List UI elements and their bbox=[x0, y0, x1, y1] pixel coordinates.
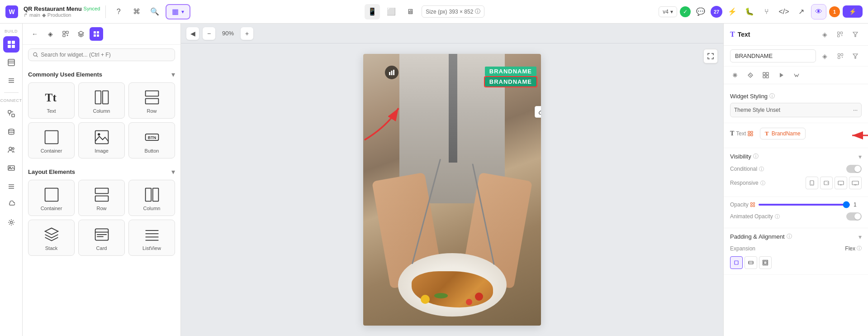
tab-layout[interactable] bbox=[759, 68, 773, 82]
brandname-gem-button[interactable]: ◈ bbox=[819, 50, 831, 62]
widget-search-input[interactable] bbox=[41, 52, 170, 58]
layout-elements-section-header: Layout Elements ▾ bbox=[28, 162, 175, 180]
add-widget-button[interactable] bbox=[59, 27, 72, 41]
device-controls: 📱 ⬜ 🖥 Size (px) 393 × 852 ⓘ bbox=[365, 4, 484, 19]
svg-point-14 bbox=[9, 129, 14, 131]
visibility-header[interactable]: Visibility ⓘ ▾ bbox=[730, 150, 862, 163]
brandname-tag-2[interactable]: BRANDNAME bbox=[485, 77, 536, 86]
widget-listview[interactable]: ListView bbox=[128, 220, 175, 256]
version-select[interactable]: v4 ▾ bbox=[659, 6, 677, 17]
code-button[interactable]: </> bbox=[777, 5, 791, 19]
responsive-tablet[interactable] bbox=[820, 177, 833, 189]
gem-button[interactable]: ◈ bbox=[43, 27, 57, 41]
nav-item-settings[interactable] bbox=[3, 214, 19, 230]
animated-opacity-label: Animated Opacity bbox=[730, 213, 773, 220]
right-panel: T Text ◈ ◈ bbox=[723, 24, 868, 336]
collapse-commonly-used[interactable]: ▾ bbox=[171, 70, 175, 79]
branch-button[interactable]: ⑂ bbox=[759, 5, 774, 19]
padding-header[interactable]: Padding & Alignment ⓘ ▾ bbox=[730, 230, 862, 243]
publish-button[interactable]: ⚡ bbox=[843, 5, 863, 18]
widget-layout-column[interactable]: Column bbox=[128, 180, 175, 216]
layout-row-icon bbox=[94, 187, 110, 203]
widget-button[interactable]: BTN Button bbox=[128, 122, 175, 158]
widget-layout-container[interactable]: Container bbox=[28, 180, 75, 216]
theme-style-button[interactable]: Theme Style Unset ··· bbox=[730, 103, 862, 117]
animated-opacity-row: Animated Opacity ⓘ bbox=[730, 211, 862, 222]
brandname-text-chip[interactable]: T BrandName bbox=[760, 128, 806, 139]
collapse-layout-elements[interactable]: ▾ bbox=[171, 168, 175, 176]
opacity-binding-icon bbox=[750, 202, 755, 207]
listview-icon bbox=[144, 226, 160, 243]
svg-text:Tt: Tt bbox=[45, 91, 57, 104]
conditional-toggle[interactable] bbox=[846, 165, 862, 173]
animated-opacity-toggle[interactable] bbox=[846, 212, 862, 221]
widget-row[interactable]: Row bbox=[128, 82, 175, 119]
opacity-slider[interactable] bbox=[759, 204, 850, 206]
button-widget-label: Button bbox=[145, 148, 159, 154]
brandname-tag-1[interactable]: BRANDNAME bbox=[485, 67, 536, 76]
lightning-button[interactable]: ⚡ bbox=[725, 5, 740, 19]
widget-search-bar[interactable] bbox=[28, 48, 175, 61]
style-add-button[interactable] bbox=[834, 28, 846, 41]
widget-styling-header[interactable]: Widget Styling ⓘ bbox=[730, 90, 862, 103]
search-button[interactable]: 🔍 bbox=[147, 5, 162, 19]
collapse-panel-button[interactable]: ◀ bbox=[186, 27, 199, 40]
cloud-icon bbox=[8, 201, 15, 208]
debug-button[interactable]: 🐛 bbox=[742, 5, 757, 19]
widget-image[interactable]: Image bbox=[78, 122, 125, 158]
brandname-add-button[interactable] bbox=[834, 50, 847, 62]
zoom-out-button[interactable]: − bbox=[203, 27, 215, 40]
nav-item-users[interactable] bbox=[3, 142, 19, 158]
back-button[interactable]: ← bbox=[28, 27, 42, 41]
canvas-viewport[interactable]: BRANDNAME BRANDNAME bbox=[181, 43, 723, 336]
share-button[interactable]: ↗ bbox=[794, 5, 808, 19]
responsive-desktop[interactable] bbox=[835, 177, 847, 189]
expansion-shrink[interactable] bbox=[730, 256, 743, 269]
nav-item-layers[interactable] bbox=[3, 54, 19, 71]
svg-rect-29 bbox=[94, 31, 96, 34]
expansion-fill[interactable] bbox=[759, 256, 772, 269]
responsive-widescreen[interactable] bbox=[849, 177, 862, 189]
notifications-badge[interactable]: 27 bbox=[711, 6, 722, 18]
nav-item-database[interactable] bbox=[3, 124, 19, 140]
nav-item-build[interactable] bbox=[3, 36, 19, 53]
nav-item-navigation[interactable] bbox=[3, 178, 19, 194]
brandname-filter-button[interactable] bbox=[849, 50, 862, 62]
tablet-device-button[interactable]: ⬜ bbox=[384, 4, 399, 19]
chat-button[interactable]: 💬 bbox=[693, 5, 708, 19]
preview-button[interactable]: 👁 bbox=[811, 4, 826, 19]
fit-view-button[interactable] bbox=[703, 49, 718, 63]
nav-item-connect[interactable] bbox=[3, 106, 19, 122]
svg-rect-49 bbox=[152, 188, 158, 202]
expansion-fit[interactable] bbox=[745, 256, 757, 269]
widget-stack[interactable]: Stack bbox=[28, 220, 75, 256]
keyboard-button[interactable]: ⌘ bbox=[129, 5, 144, 19]
tab-styling[interactable] bbox=[728, 68, 742, 82]
build-panel-button[interactable] bbox=[90, 27, 103, 41]
responsive-mobile[interactable] bbox=[806, 177, 818, 189]
layers-panel-button[interactable] bbox=[74, 27, 88, 41]
desktop-device-button[interactable]: 🖥 bbox=[403, 4, 418, 19]
widget-text[interactable]: Tt Text bbox=[28, 82, 75, 119]
style-filter-button[interactable] bbox=[849, 28, 862, 41]
nav-item-tree[interactable] bbox=[3, 72, 19, 89]
zoom-in-button[interactable]: + bbox=[241, 27, 253, 40]
help-button[interactable]: ? bbox=[111, 5, 126, 19]
active-tool-button[interactable]: ▦ ▾ bbox=[166, 4, 190, 19]
mobile-device-button[interactable]: 📱 bbox=[365, 4, 380, 19]
tab-data[interactable] bbox=[744, 68, 757, 82]
nav-item-cloud[interactable] bbox=[3, 196, 19, 212]
tab-events[interactable] bbox=[790, 68, 803, 82]
widget-layout-row[interactable]: Row bbox=[78, 180, 125, 216]
nav-item-media[interactable] bbox=[3, 160, 19, 176]
widget-column[interactable]: Column bbox=[78, 82, 125, 119]
svg-rect-108 bbox=[764, 261, 767, 264]
canvas-link-handle[interactable] bbox=[535, 106, 541, 118]
brandname-input[interactable] bbox=[730, 49, 816, 62]
widget-card[interactable]: Card bbox=[78, 220, 125, 256]
tab-actions[interactable] bbox=[774, 68, 788, 82]
widget-container[interactable]: Container bbox=[28, 122, 75, 158]
canvas-frame[interactable]: BRANDNAME BRANDNAME bbox=[363, 54, 541, 326]
style-gem-button[interactable]: ◈ bbox=[818, 28, 831, 41]
svg-rect-70 bbox=[841, 53, 843, 56]
